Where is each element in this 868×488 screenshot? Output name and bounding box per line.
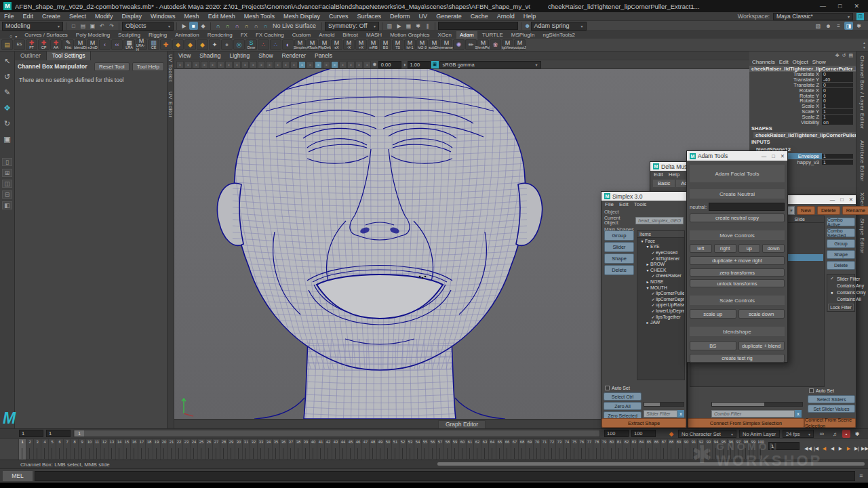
combo-side-button[interactable]: Delete: [827, 261, 855, 270]
snap-point-icon[interactable]: ∩: [233, 22, 241, 30]
toggle-character-icon[interactable]: ☻: [824, 22, 833, 30]
timeline-frame[interactable]: 64: [488, 439, 496, 460]
tree-item[interactable]: ✓ eyeClosed: [637, 249, 684, 256]
menu-item[interactable]: Windows: [151, 13, 176, 20]
manipulator-icon[interactable]: ✥: [835, 52, 840, 58]
timeline-frame[interactable]: 43: [332, 439, 339, 460]
tree-item[interactable]: ✓ lidTightener: [637, 256, 684, 262]
shelf-item[interactable]: ES: [14, 39, 25, 50]
select-hierarchy-icon[interactable]: ▶: [180, 22, 189, 30]
timeline-frame[interactable]: 53: [406, 439, 414, 460]
right-panel-tab[interactable]: XGen: [859, 192, 865, 207]
timeline-frame[interactable]: 58: [443, 439, 451, 460]
current-object-field[interactable]: head_simplex_GEO: [635, 217, 684, 224]
play-forwards-button[interactable]: ▶: [837, 444, 844, 453]
shelf-item[interactable]: ◆: [184, 39, 196, 50]
delta-mush-menu-item[interactable]: Edit: [654, 171, 663, 178]
combo-side-button[interactable]: Combo Active: [827, 218, 855, 226]
timeline-frame[interactable]: 92: [697, 439, 705, 460]
menu-item[interactable]: Edit: [23, 13, 34, 20]
create-test-rig-button[interactable]: create test rig: [690, 354, 785, 363]
timeline-frame[interactable]: 25: [197, 439, 205, 460]
timeline-frame[interactable]: 34: [264, 439, 272, 460]
timeline-frame[interactable]: 69: [526, 439, 533, 460]
safe-title-icon[interactable]: ▫: [258, 61, 265, 68]
quick-input-field[interactable]: [438, 22, 518, 30]
timeline-frame[interactable]: 23: [182, 439, 190, 460]
timeline-frame[interactable]: 86: [652, 439, 660, 460]
menu-item[interactable]: Arnold: [497, 13, 515, 20]
wireframe-on-shaded-icon[interactable]: ▫: [298, 61, 306, 68]
anim-layer-dropdown[interactable]: No Anim Layer: [739, 430, 780, 438]
timeline-frame[interactable]: 4: [41, 439, 48, 460]
timeline-frame[interactable]: 3: [33, 439, 41, 460]
connect-from-simplex-button[interactable]: Connect From Simplex Selection: [688, 418, 804, 428]
tree-item[interactable]: ▾ Face: [637, 238, 684, 244]
set-slider-values-button[interactable]: Set Slider Values: [808, 405, 855, 413]
mel-label[interactable]: MEL: [3, 471, 33, 481]
textured-icon[interactable]: ▫: [307, 61, 314, 68]
menu-item[interactable]: Curves: [329, 13, 349, 20]
tree-item[interactable]: ✓ cheekRaiser: [637, 273, 684, 279]
menu-item[interactable]: File: [4, 13, 14, 20]
shelf-options-icon[interactable]: ▾: [15, 34, 17, 39]
snap-grid-icon[interactable]: ∩: [214, 22, 222, 30]
shelf-tab[interactable]: TURTLE: [479, 31, 507, 39]
snap-plane-icon[interactable]: ∩: [242, 22, 251, 30]
redo-icon[interactable]: ↷: [107, 22, 116, 30]
channelbox-menu-item[interactable]: Show: [812, 59, 826, 65]
simplex-menu-item[interactable]: Tools: [634, 201, 647, 207]
maximize-icon[interactable]: □: [772, 153, 775, 159]
clear-slider-filter-button[interactable]: x: [677, 410, 684, 418]
timeline-frame[interactable]: 45: [347, 439, 354, 460]
viewport-menu-item[interactable]: View: [178, 52, 191, 59]
shelf-item[interactable]: M -X: [343, 39, 355, 50]
shelf-tab[interactable]: Bifrost: [339, 31, 361, 39]
current-frame-field[interactable]: 1: [768, 442, 800, 450]
timeline-frame[interactable]: 74: [563, 439, 570, 460]
film-gate-icon[interactable]: ▫: [217, 61, 224, 68]
render-current-frame-icon[interactable]: ▶: [395, 22, 403, 30]
simplex-side-button[interactable]: Shape: [604, 253, 634, 264]
anti-aliasing-icon[interactable]: ▫: [347, 61, 355, 68]
fps-dropdown[interactable]: 24 fps▾: [783, 430, 814, 438]
right-panel-tab[interactable]: Channel Box / Layer Editor: [859, 56, 865, 129]
step-back-key-button[interactable]: ◀: [821, 444, 828, 453]
timeline-frame[interactable]: 35: [272, 439, 279, 460]
timeline-frame[interactable]: 2: [26, 439, 33, 460]
channelbox-menu-item[interactable]: Edit: [779, 59, 789, 65]
audio-icon[interactable]: ♬: [831, 430, 840, 438]
go-to-start-button[interactable]: ◀◀: [804, 444, 812, 453]
scale-up-button[interactable]: scale up: [690, 309, 736, 319]
tool-help-button[interactable]: Tool Help: [132, 62, 164, 71]
menu-item[interactable]: Select: [69, 13, 86, 20]
shelf-item[interactable]: M rename: [441, 39, 452, 50]
pause-viewport-icon[interactable]: ∥: [423, 22, 432, 30]
render-view-icon[interactable]: ▥: [385, 22, 394, 30]
combo-top-button[interactable]: Delete: [817, 206, 840, 215]
mel-input[interactable]: [35, 471, 855, 481]
viewport-renderer-icon[interactable]: ▫: [274, 61, 281, 68]
timeline-frame[interactable]: 96: [727, 439, 734, 460]
filter-option[interactable]: ● Contains Only: [828, 289, 854, 296]
select-component-icon[interactable]: ◆: [199, 22, 208, 30]
combo-top-button[interactable]: New: [797, 206, 815, 215]
timeline-frame[interactable]: 83: [630, 439, 637, 460]
simplex-side-button[interactable]: Slider: [604, 242, 634, 252]
bs-button[interactable]: BS: [690, 341, 736, 350]
shaded-icon[interactable]: ▫: [290, 61, 298, 68]
select-sliders-button[interactable]: Select Sliders: [808, 395, 855, 403]
timeline-frame[interactable]: 62: [473, 439, 481, 460]
shelf-item[interactable]: ‹‹: [111, 39, 123, 50]
connect-from-scene-button[interactable]: Connect From Scene Selection: [804, 418, 856, 428]
direction-button[interactable]: left: [690, 244, 712, 253]
shelf-item[interactable]: ✚ CP: [38, 39, 50, 50]
filter-option[interactable]: ✓ Slider Filter: [828, 275, 854, 282]
live-surface-label[interactable]: No Live Surface: [273, 22, 316, 29]
collapsed-panel-tab[interactable]: UV Toolkit: [167, 54, 174, 82]
workspace-dropdown[interactable]: Maya Classic*▾: [773, 13, 853, 20]
gate-mask-icon[interactable]: ▫: [233, 61, 241, 68]
tree-item[interactable]: ✓ upperLipRaiser: [637, 302, 684, 308]
timeline-frame[interactable]: 77: [585, 439, 593, 460]
right-panel-tab[interactable]: Attribute Editor: [859, 140, 865, 182]
